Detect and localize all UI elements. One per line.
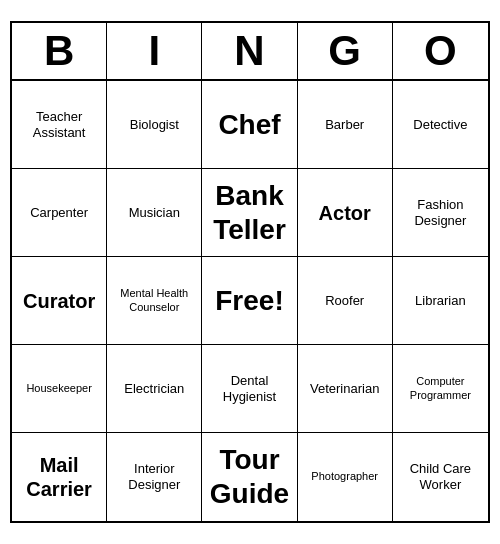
bingo-cell: Librarian bbox=[393, 257, 488, 345]
bingo-cell: Interior Designer bbox=[107, 433, 202, 521]
bingo-cell: Roofer bbox=[298, 257, 393, 345]
bingo-cell: Veterinarian bbox=[298, 345, 393, 433]
bingo-cell: Carpenter bbox=[12, 169, 107, 257]
header-letter: I bbox=[107, 23, 202, 79]
bingo-cell: Computer Programmer bbox=[393, 345, 488, 433]
bingo-cell: Actor bbox=[298, 169, 393, 257]
bingo-grid: Teacher AssistantBiologistChefBarberDete… bbox=[12, 81, 488, 521]
bingo-cell: Child Care Worker bbox=[393, 433, 488, 521]
bingo-cell: Teacher Assistant bbox=[12, 81, 107, 169]
bingo-cell: Curator bbox=[12, 257, 107, 345]
bingo-cell: Bank Teller bbox=[202, 169, 297, 257]
bingo-cell: Mail Carrier bbox=[12, 433, 107, 521]
bingo-cell: Barber bbox=[298, 81, 393, 169]
bingo-cell: Fashion Designer bbox=[393, 169, 488, 257]
bingo-cell: Tour Guide bbox=[202, 433, 297, 521]
bingo-card: BINGO Teacher AssistantBiologistChefBarb… bbox=[10, 21, 490, 523]
bingo-cell: Biologist bbox=[107, 81, 202, 169]
bingo-cell: Housekeeper bbox=[12, 345, 107, 433]
header-letter: O bbox=[393, 23, 488, 79]
bingo-cell: Chef bbox=[202, 81, 297, 169]
bingo-cell: Free! bbox=[202, 257, 297, 345]
bingo-cell: Musician bbox=[107, 169, 202, 257]
bingo-header: BINGO bbox=[12, 23, 488, 81]
header-letter: B bbox=[12, 23, 107, 79]
bingo-cell: Electrician bbox=[107, 345, 202, 433]
header-letter: N bbox=[202, 23, 297, 79]
bingo-cell: Dental Hygienist bbox=[202, 345, 297, 433]
bingo-cell: Mental Health Counselor bbox=[107, 257, 202, 345]
bingo-cell: Photographer bbox=[298, 433, 393, 521]
header-letter: G bbox=[298, 23, 393, 79]
bingo-cell: Detective bbox=[393, 81, 488, 169]
